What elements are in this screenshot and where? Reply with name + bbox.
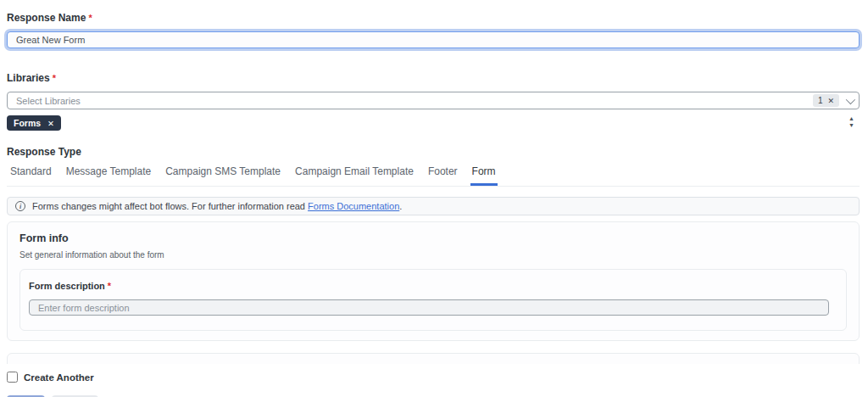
response-form-page: Response Name* Libraries* Select Librari… [0,0,868,397]
banner-text: Forms changes might affect bot flows. Fo… [32,201,402,211]
selected-count-badge: 1 ✕ [813,94,839,107]
libraries-field: Libraries* Select Libraries 1 ✕ Forms ✕ … [7,72,860,131]
tab-standard[interactable]: Standard [8,165,53,186]
form-description-label-text: Form description [29,281,105,291]
forms-documentation-link[interactable]: Forms Documentation [308,201,399,211]
response-name-input[interactable] [7,31,860,48]
libraries-select[interactable]: Select Libraries 1 ✕ [7,92,860,109]
tab-form[interactable]: Form [470,165,498,186]
response-name-label-text: Response Name [7,12,86,24]
banner-text-main: Forms changes might affect bot flows. Fo… [32,201,305,211]
libraries-chip-row: Forms ✕ ▲ ▼ [7,115,860,131]
libraries-label: Libraries* [7,72,860,84]
clear-selection-icon[interactable]: ✕ [827,97,834,105]
chevron-down-icon[interactable] [846,94,855,103]
response-type-tabs: Standard Message Template Campaign SMS T… [7,165,860,187]
create-another-row: Create Another [7,372,860,383]
arrow-up-icon[interactable]: ▲ [849,115,854,122]
libraries-label-text: Libraries [7,72,50,84]
response-type-section: Response Type Standard Message Template … [7,146,860,187]
form-scroll-area[interactable]: Form info Set general information about … [7,221,860,364]
arrow-down-icon[interactable]: ▼ [849,122,854,129]
form-info-title: Form info [19,232,847,244]
tab-campaign-sms-template[interactable]: Campaign SMS Template [164,165,282,186]
chip-remove-icon[interactable]: ✕ [47,119,54,128]
form-info-subtitle: Set general information about the form [19,250,847,260]
tab-campaign-email-template[interactable]: Campaign Email Template [293,165,415,186]
form-info-card: Form info Set general information about … [7,221,860,341]
form-description-label: Form description* [29,281,837,291]
form-description-group: Form description* [19,269,847,331]
form-prompt-card: Form prompt [7,353,860,364]
create-another-checkbox[interactable] [7,372,18,383]
info-icon: i [15,201,25,211]
library-chip-forms[interactable]: Forms ✕ [7,115,61,131]
response-name-label: Response Name* [7,12,860,24]
required-asterisk: * [108,281,111,291]
chip-label: Forms [14,118,41,128]
form-description-input[interactable] [29,299,829,316]
tab-footer[interactable]: Footer [426,165,459,186]
create-another-label: Create Another [24,372,94,383]
forms-info-banner: i Forms changes might affect bot flows. … [7,197,860,215]
libraries-select-controls: 1 ✕ [813,94,853,107]
tab-message-template[interactable]: Message Template [64,165,153,186]
required-asterisk: * [53,73,56,83]
reorder-control: ▲ ▼ [849,115,854,129]
required-asterisk: * [88,13,92,23]
libraries-select-placeholder: Select Libraries [16,96,81,106]
response-type-label: Response Type [7,146,860,158]
banner-text-suffix: . [399,201,402,211]
selected-count: 1 [818,96,823,105]
